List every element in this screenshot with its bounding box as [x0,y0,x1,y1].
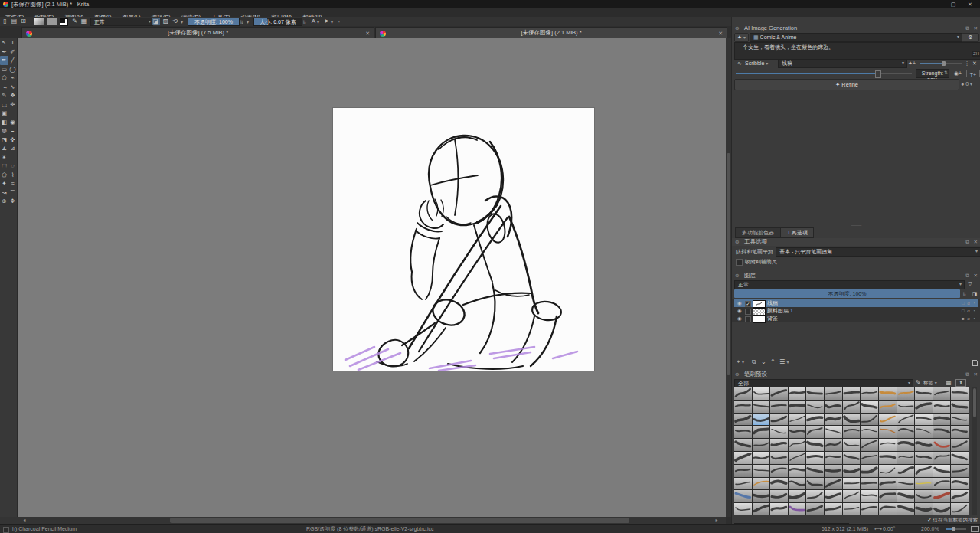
brush-preset-thumbnail[interactable] [951,387,969,400]
dynamic-brush-tool[interactable]: ✎ [0,91,8,100]
pan-tool[interactable]: ✥ [8,197,17,206]
brush-preset-thumbnail[interactable] [861,478,878,490]
brush-preset-thumbnail[interactable] [770,465,788,477]
brush-preset-thumbnail[interactable] [897,465,915,477]
brush-preset-thumbnail[interactable] [879,439,897,451]
minimize-button[interactable]: — [928,0,945,8]
brush-preset-thumbnail[interactable] [734,387,752,400]
fg-bg-colors[interactable] [60,18,68,26]
new-document-icon[interactable]: ▯ [1,18,9,25]
polygon-tool[interactable]: ⬠ [0,74,8,83]
brush-preset-thumbnail[interactable] [770,452,788,464]
brush-preset-thumbnail[interactable] [789,426,806,438]
brush-preset-thumbnail[interactable] [789,401,806,413]
layer-lock-icons[interactable]: □ α ◔ [962,307,976,315]
brush-preset-thumbnail[interactable] [933,414,951,426]
brush-preset-thumbnail[interactable] [879,503,897,515]
brush-preset-thumbnail[interactable] [770,401,788,413]
brush-preset-thumbnail[interactable] [897,503,915,515]
canvas-document[interactable] [333,108,594,371]
add-text-icon[interactable]: T+ [966,70,980,77]
brush-preset-thumbnail[interactable] [825,490,842,502]
slider-thumb[interactable] [952,527,955,531]
maximize-button[interactable]: ▢ [945,0,962,8]
brush-preset-thumbnail[interactable] [915,401,933,413]
line-tool[interactable]: ╱ [8,56,17,65]
rect-select-tool[interactable]: ⬚ [0,162,8,171]
wand-menu-button[interactable]: ✦ ▾ [734,33,749,42]
edit-shapes-tool[interactable]: ✒ [0,47,8,57]
brush-toggle-checkbox[interactable] [3,527,9,533]
layer-row-2[interactable]: ◉颜料图层 1□ α ◔ [734,307,978,315]
brush-preset-thumbnail[interactable] [843,387,861,400]
polygon-select-tool[interactable]: ⬠ [0,171,8,180]
preserve-alpha-icon[interactable]: ▨ [162,18,170,25]
text-tool[interactable]: T [8,38,17,47]
add-layer-button[interactable]: + ▾ [737,358,744,365]
brush-preset-thumbnail[interactable] [861,465,878,477]
display-icon[interactable] [971,526,979,532]
brush-preset-thumbnail[interactable] [843,465,861,477]
close-icon[interactable]: ✕ [365,28,370,39]
brush-preset-thumbnail[interactable] [897,414,915,426]
brush-preset-thumbnail[interactable] [933,490,951,502]
brush-preset-thumbnail[interactable] [825,387,842,400]
brush-preset-thumbnail[interactable] [897,452,915,464]
brush-preset-thumbnail[interactable] [951,490,969,502]
layer-visibility-icon[interactable]: ◉ [737,315,742,322]
brush-preset-thumbnail[interactable] [825,401,842,413]
tag-button[interactable]: 标签 ▾ [923,379,937,387]
brush-preset-thumbnail[interactable] [951,478,969,490]
slider-thumb[interactable] [875,70,881,78]
brush-preset-thumbnail[interactable] [806,439,824,451]
rectangle-tool[interactable]: ▭ [0,65,8,74]
canvas-viewport[interactable] [18,38,726,517]
brush-preset-thumbnail[interactable] [861,452,878,464]
brush-preset-thumbnail[interactable] [843,452,861,464]
collapse-icon[interactable]: ⊖ [735,238,739,246]
brush-preset-thumbnail[interactable] [897,439,915,451]
tab-tool-options[interactable]: 工具选项 [780,227,814,238]
brush-preset-thumbnail[interactable] [951,426,969,438]
scrollbar-thumb[interactable] [170,518,629,523]
brush-preset-thumbnail[interactable] [897,401,915,413]
gradient-chooser[interactable] [34,18,44,25]
gradient-tool[interactable]: ◧ [0,118,8,127]
brush-preset-thumbnail[interactable] [770,490,788,502]
tab-advanced-color-selector[interactable]: 多功能拾色器 [735,227,781,238]
collapse-icon[interactable]: ⊖ [735,371,739,378]
brush-preset-thumbnail[interactable] [915,465,933,477]
zoom-slider[interactable] [946,528,966,530]
brush-preset-thumbnail[interactable] [770,503,788,515]
brush-preset-thumbnail[interactable] [753,414,770,426]
vertical-scrollbar[interactable] [726,38,731,517]
bezier-curve-tool[interactable]: ↝ [0,83,8,92]
brush-preset-thumbnail[interactable] [734,452,752,464]
ellipse-select-tool[interactable]: ◌ [8,162,17,171]
open-document-icon[interactable]: ▤ [10,18,18,25]
brush-preset-thumbnail[interactable] [806,387,824,400]
close-icon[interactable]: ✕ [974,238,978,246]
brush-preset-thumbnail[interactable] [806,452,824,464]
brush-preset-thumbnail[interactable] [825,465,842,477]
brush-preset-thumbnail[interactable] [897,387,915,400]
select-shapes-tool[interactable]: ↖ [0,38,8,47]
layer-filter-icon[interactable]: ▽ [965,280,975,288]
brush-preset-thumbnail[interactable] [753,426,770,438]
brush-preset-thumbnail[interactable] [915,503,933,515]
move-layer-up-icon[interactable]: ⌃ [770,358,776,365]
brush-preset-thumbnail[interactable] [789,490,806,502]
brush-preset-thumbnail[interactable] [915,478,933,490]
mini-slider[interactable] [920,63,962,64]
brush-preset-thumbnail[interactable] [825,452,842,464]
control-type-select[interactable]: Scribble ▾ [745,59,768,68]
brush-preset-thumbnail[interactable] [933,387,951,400]
color-sampler-tool[interactable]: ◉ [8,118,17,127]
strength-slider[interactable] [736,73,912,74]
colorize-mask-tool[interactable]: ⬔ [0,136,8,145]
brush-preset-thumbnail[interactable] [843,490,861,502]
brush-preset-thumbnail[interactable] [753,465,770,477]
chevron-down-icon[interactable]: ▾ [247,19,249,25]
brush-size-slider[interactable]: 大小: 6.67 像素 [253,18,302,26]
move-tool[interactable]: ✛ [8,100,17,110]
